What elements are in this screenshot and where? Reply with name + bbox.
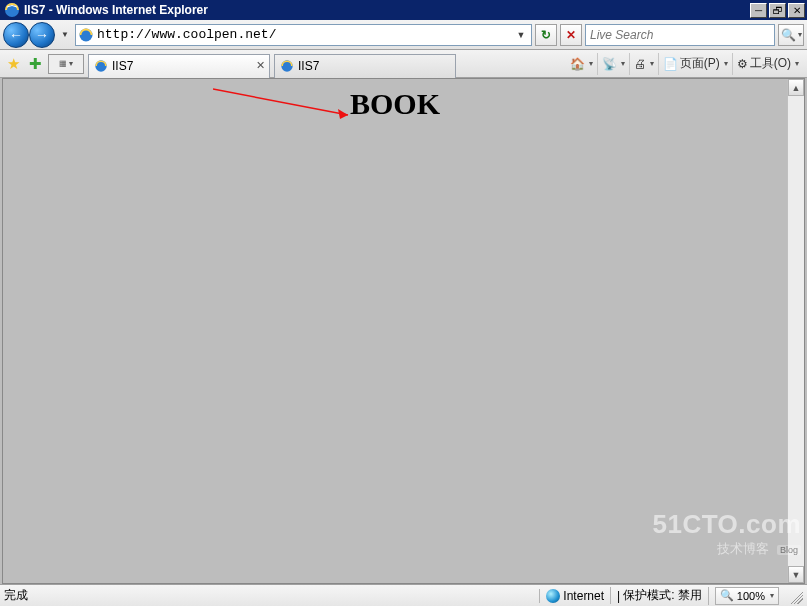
add-favorites-button[interactable]: ✚	[26, 55, 44, 73]
zoom-button[interactable]: 🔍 100% ▾	[715, 587, 779, 605]
feeds-button[interactable]: 📡▾	[597, 53, 629, 75]
window-title: IIS7 - Windows Internet Explorer	[24, 3, 746, 17]
page-menu-button[interactable]: 📄 页面(P) ▾	[658, 53, 732, 75]
scroll-up-button[interactable]: ▲	[788, 79, 804, 96]
url-input[interactable]	[97, 27, 510, 42]
svg-point-3	[281, 60, 292, 71]
tab-label: IIS7	[298, 59, 319, 73]
ie-logo-icon	[4, 2, 20, 18]
search-input[interactable]	[590, 28, 770, 42]
ie-page-icon	[78, 27, 94, 43]
rendered-page: BOOK	[3, 79, 787, 583]
status-done: 完成	[4, 587, 28, 604]
scroll-down-button[interactable]: ▼	[788, 566, 804, 583]
globe-icon	[546, 589, 560, 603]
back-button[interactable]: ←	[3, 22, 29, 48]
content-area: BOOK ▲ ▼ 51CTO.com 技术博客 Blog	[0, 78, 807, 584]
search-button[interactable]: 🔍 ▾	[778, 24, 804, 46]
scroll-track[interactable]	[788, 96, 804, 566]
favorites-button[interactable]: ★	[4, 55, 22, 73]
zoom-label: 100%	[737, 590, 765, 602]
rss-icon: 📡	[602, 57, 617, 71]
printer-icon: 🖨	[634, 57, 646, 71]
status-bar: 完成 Internet | 保护模式: 禁用 🔍 100% ▾	[0, 584, 807, 606]
forward-button[interactable]: →	[29, 22, 55, 48]
print-button[interactable]: 🖨▾	[629, 53, 658, 75]
status-done-label: 完成	[4, 587, 28, 604]
search-box[interactable]	[585, 24, 775, 46]
magnifier-icon: 🔍	[720, 589, 734, 602]
tab-label: IIS7	[112, 59, 133, 73]
page-menu-label: 页面(P)	[680, 55, 720, 72]
stop-button[interactable]: ✕	[560, 24, 582, 46]
tab-close-button[interactable]: ✕	[256, 59, 265, 72]
home-button[interactable]: 🏠▾	[566, 53, 597, 75]
minimize-button[interactable]: ─	[750, 3, 767, 18]
address-bar[interactable]: ▼	[75, 24, 532, 46]
resize-grip[interactable]	[787, 588, 803, 604]
maximize-button[interactable]: 🗗	[769, 3, 786, 18]
window-titlebar: IIS7 - Windows Internet Explorer ─ 🗗 ✕	[0, 0, 807, 20]
tab-inactive[interactable]: IIS7	[274, 54, 456, 78]
page-heading: BOOK	[3, 87, 787, 121]
status-protected-label: 保护模式: 禁用	[623, 587, 702, 604]
svg-point-1	[80, 28, 93, 41]
status-protected-mode: | 保护模式: 禁用	[610, 587, 702, 604]
tab-command-bar: ★ ✚ ▦ ▾ IIS7 ✕ IIS7 🏠▾ 📡▾ 🖨▾ 📄 页面(P) ▾	[0, 50, 807, 78]
tools-menu-button[interactable]: ⚙ 工具(O) ▾	[732, 53, 803, 75]
page-icon: 📄	[663, 57, 678, 71]
address-history-dropdown[interactable]: ▼	[513, 30, 529, 40]
refresh-button[interactable]: ↻	[535, 24, 557, 46]
navigation-bar: ← → ▼ ▼ ↻ ✕ 🔍 ▾	[0, 20, 807, 50]
vertical-scrollbar[interactable]: ▲ ▼	[787, 79, 804, 583]
home-icon: 🏠	[570, 57, 585, 71]
command-bar: 🏠▾ 📡▾ 🖨▾ 📄 页面(P) ▾ ⚙ 工具(O) ▾	[566, 53, 803, 75]
svg-point-2	[95, 60, 106, 71]
tools-menu-label: 工具(O)	[750, 55, 791, 72]
gear-icon: ⚙	[737, 57, 748, 71]
quick-tabs-button[interactable]: ▦ ▾	[48, 54, 84, 74]
tab-active[interactable]: IIS7 ✕	[88, 54, 270, 78]
close-window-button[interactable]: ✕	[788, 3, 805, 18]
recent-pages-dropdown[interactable]: ▼	[58, 24, 72, 46]
status-zone-label: Internet	[563, 589, 604, 603]
ie-favicon-icon	[280, 59, 294, 73]
status-zone[interactable]: Internet	[539, 589, 604, 603]
magnifier-icon: 🔍	[781, 28, 796, 42]
ie-favicon-icon	[94, 59, 108, 73]
